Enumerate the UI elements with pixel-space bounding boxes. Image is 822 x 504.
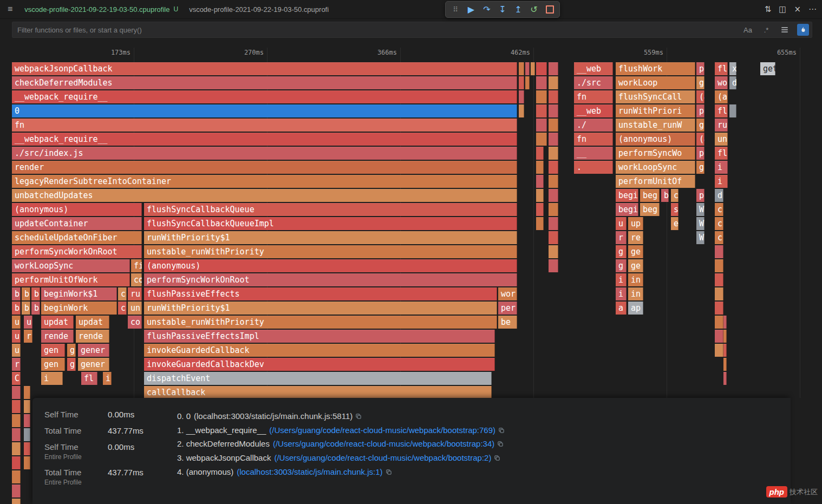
flame-segment[interactable]: pu — [696, 62, 704, 75]
flame-segment[interactable] — [525, 62, 530, 75]
flame-segment[interactable] — [549, 119, 558, 132]
flame-segment[interactable]: gener — [78, 358, 109, 371]
flame-segment[interactable]: W — [696, 217, 704, 230]
flame-segment[interactable]: g — [67, 358, 76, 371]
flame-segment[interactable]: runWithPriority$1 — [144, 302, 497, 315]
flame-segment[interactable] — [536, 133, 547, 146]
flame-segment[interactable] — [536, 90, 547, 103]
flame-segment[interactable]: gen — [41, 344, 65, 357]
flame-segment[interactable]: b — [22, 302, 30, 315]
flame-segment[interactable]: i — [41, 372, 63, 385]
flame-segment[interactable]: (anonymous) — [12, 203, 142, 216]
flame-segment[interactable]: flushPassiveEffects — [144, 287, 497, 300]
flame-segment[interactable]: per — [498, 302, 517, 315]
flame-segment[interactable]: b — [22, 287, 30, 300]
split-editor-icon[interactable]: ◫ — [779, 4, 786, 14]
flame-segment[interactable]: __webpack_require__ — [12, 90, 517, 103]
flame-segment[interactable]: updat — [76, 316, 109, 329]
flame-segment[interactable] — [12, 470, 21, 483]
flame-segment[interactable]: fn — [12, 119, 517, 132]
flame-segment[interactable] — [12, 456, 21, 469]
flame-segment[interactable]: beginWork — [41, 302, 117, 315]
flame-segment[interactable]: (anonymous) — [144, 259, 517, 272]
flame-segment[interactable]: __ — [574, 147, 613, 160]
flame-segment[interactable]: gen — [41, 358, 65, 371]
flame-segment[interactable]: i — [715, 175, 728, 188]
flame-segment[interactable]: ./src — [574, 76, 613, 89]
flame-segment[interactable] — [715, 245, 723, 258]
filter-input[interactable] — [12, 22, 812, 38]
flame-segment[interactable]: unstable_runWithPriority — [144, 316, 497, 329]
step-over-icon[interactable]: ↷ — [480, 3, 494, 16]
flame-segment[interactable]: performSyncWo — [616, 147, 695, 160]
copy-icon[interactable] — [386, 466, 392, 480]
flame-segment[interactable] — [12, 400, 21, 413]
flame-segment[interactable]: (a — [696, 90, 704, 103]
flame-segment[interactable]: fl — [715, 104, 728, 117]
flame-segment[interactable]: un — [715, 133, 728, 146]
flame-segment[interactable] — [729, 104, 736, 117]
flame-segment[interactable] — [715, 316, 723, 329]
flame-segment[interactable]: rende — [76, 330, 109, 343]
flame-segment[interactable]: scheduleUpdateOnFiber — [12, 231, 142, 244]
flame-segment[interactable]: pu — [696, 104, 704, 117]
flame-segment[interactable] — [12, 442, 21, 455]
flame-segment[interactable] — [549, 245, 558, 258]
flame-segment[interactable]: begi — [616, 203, 638, 216]
flame-segment[interactable]: performSyncWorkOnRoot — [144, 273, 517, 286]
copy-icon[interactable] — [494, 452, 500, 466]
frame-location-link[interactable]: (localhost:3003/static/js/main.chunk.js:… — [237, 467, 382, 476]
flame-segment[interactable] — [549, 147, 558, 160]
flame-segment[interactable]: pu — [696, 147, 704, 160]
flame-segment[interactable]: g — [696, 76, 704, 89]
flame-segment[interactable]: c — [715, 231, 723, 244]
flame-segment[interactable] — [536, 76, 547, 89]
flame-segment[interactable] — [549, 189, 558, 202]
flame-segment[interactable] — [723, 358, 727, 371]
flame-segment[interactable]: updateContainer — [12, 217, 142, 230]
flame-segment[interactable] — [519, 76, 524, 89]
drag-handle-icon[interactable]: ⠿ — [448, 3, 462, 16]
flame-segment[interactable]: un — [128, 302, 142, 315]
flame-segment[interactable]: beg — [640, 189, 660, 202]
stop-icon[interactable] — [543, 3, 557, 16]
flame-segment[interactable]: performUnitOf — [616, 175, 695, 188]
flame-segment[interactable]: c — [671, 189, 679, 202]
flame-segment[interactable]: __web — [574, 62, 613, 75]
flame-segment[interactable]: r — [12, 358, 21, 371]
flame-segment[interactable]: i — [103, 372, 112, 385]
flame-segment[interactable]: g — [67, 344, 76, 357]
flame-segment[interactable]: u — [24, 316, 32, 329]
flame-segment[interactable]: s — [671, 203, 679, 216]
toggle-layout-icon[interactable]: ⇅ — [765, 4, 772, 14]
flame-segment[interactable]: ./src/index.js — [12, 147, 517, 160]
flame-segment[interactable]: flushSyncCall — [616, 90, 695, 103]
flame-segment[interactable]: beginWork$1 — [41, 287, 117, 300]
flame-segment[interactable]: __webpack_require__ — [12, 133, 517, 146]
flame-segment[interactable] — [519, 90, 524, 103]
flame-segment[interactable] — [24, 442, 30, 455]
flame-segment[interactable]: W — [696, 231, 704, 244]
flame-segment[interactable] — [715, 273, 723, 286]
flame-segment[interactable]: flushWork — [616, 62, 695, 75]
flame-segment[interactable]: g — [616, 245, 627, 258]
flame-segment[interactable]: runWithPriority$1 — [144, 231, 517, 244]
flame-segment[interactable] — [549, 161, 558, 174]
flame-segment[interactable]: callCallback — [144, 386, 492, 399]
flame-segment[interactable]: workLoopSync — [616, 161, 695, 174]
flame-segment[interactable]: get — [760, 62, 775, 75]
flame-segment[interactable]: g — [696, 161, 704, 174]
restart-icon[interactable]: ↺ — [527, 3, 541, 16]
flame-segment[interactable]: d — [729, 76, 736, 89]
flame-segment[interactable]: i — [616, 287, 627, 300]
flame-segment[interactable]: b — [31, 287, 40, 300]
flame-segment[interactable]: u — [12, 316, 21, 329]
flame-segment[interactable]: unbatchedUpdates — [12, 189, 517, 202]
flame-segment[interactable]: invokeGuardedCallbackDev — [144, 358, 495, 371]
copy-icon[interactable] — [355, 410, 362, 424]
flame-segment[interactable]: (anonymous) — [616, 133, 695, 146]
flame-segment[interactable]: (a — [715, 90, 728, 103]
flame-segment[interactable]: b — [12, 302, 21, 315]
flame-segment[interactable]: checkDeferredModules — [12, 76, 517, 89]
flame-segment[interactable] — [536, 217, 544, 230]
